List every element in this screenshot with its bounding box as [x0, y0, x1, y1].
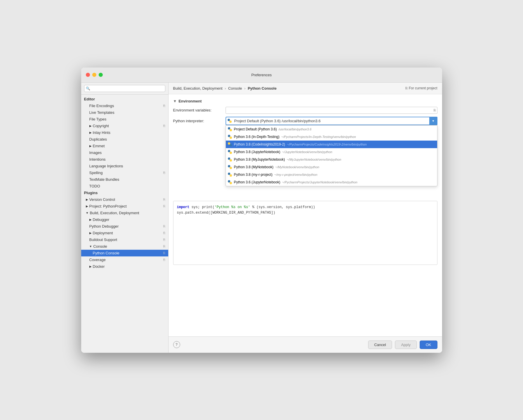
sidebar-item-todo[interactable]: TODO	[81, 183, 168, 189]
apply-button[interactable]: Apply	[395, 341, 417, 349]
interpreter-select[interactable]: Project Default (Python 3.6) /usr/local/…	[226, 117, 437, 125]
dropdown-item-1[interactable]: Python 3.6 (In-Depth-Testing) ~/PycharmP…	[226, 133, 437, 141]
cancel-button[interactable]: Cancel	[368, 341, 392, 349]
minimize-button[interactable]	[92, 73, 96, 77]
dropdown-arrow-icon: ▼	[429, 117, 437, 125]
copy-icon: ⎘	[163, 251, 165, 255]
window-controls	[86, 73, 103, 77]
python-snake-icon	[227, 118, 232, 123]
python-icon-2	[228, 142, 232, 147]
code-sys: sys; print(	[189, 205, 214, 209]
dropdown-item-4[interactable]: Python 3.8 (MyJupyterNotebook) ~/MyJupyt…	[226, 156, 437, 163]
item-path-2: ~/PycharmProjects/CodeInsights2019-2/ven…	[287, 143, 367, 146]
python-interpreter-row: Python interpreter: Project Default (Pyt…	[173, 117, 437, 125]
panel-content: ▼ Environment Environment variables: ⎘	[169, 94, 442, 336]
sidebar-item-coverage[interactable]: Coverage ⎘	[81, 256, 168, 263]
sidebar-item-build-execution[interactable]: ▼ Build, Execution, Deployment	[81, 210, 168, 216]
triangle-icon: ▶	[86, 205, 88, 208]
code-section: import sys; print('Python %s on %s' % (s…	[173, 201, 437, 265]
breadcrumb-sep-2: ›	[244, 86, 247, 91]
triangle-down-icon: ▼	[86, 211, 89, 215]
sidebar-item-copyright[interactable]: ▶ Copyright ⎘	[81, 123, 168, 129]
svg-point-13	[230, 167, 232, 169]
sidebar-item-deployment[interactable]: ▶ Deployment ⎘	[81, 230, 168, 236]
bottom-right-buttons: Cancel Apply OK	[368, 341, 437, 349]
item-name-0: Project Default (Python 3.6)	[234, 127, 277, 131]
sidebar-item-images[interactable]: Images	[81, 149, 168, 156]
env-variables-label: Environment variables:	[173, 108, 226, 112]
copy-icon: ⎘	[163, 258, 165, 261]
sidebar-item-live-templates[interactable]: Live Templates	[81, 109, 168, 116]
copy-icon: ⎘	[163, 171, 165, 174]
maximize-button[interactable]	[99, 73, 103, 77]
dropdown-item-0[interactable]: Project Default (Python 3.6) /usr/local/…	[226, 125, 437, 133]
triangle-icon: ▶	[89, 231, 92, 235]
window-title: Preferences	[251, 73, 272, 77]
breadcrumb-part-3: Python Console	[248, 86, 276, 91]
copy-icon: ⎘	[163, 124, 165, 127]
dropdown-item-7[interactable]: Python 3.6 (JupyterNotebook) ~/PycharmPr…	[226, 178, 437, 186]
sidebar: 🔍 Editor File Encodings ⎘ Live Templates…	[81, 83, 169, 353]
docker-label: Docker	[93, 264, 105, 269]
item-path-0: /usr/local/bin/python3.6	[279, 127, 311, 131]
sidebar-tree: Editor File Encodings ⎘ Live Templates F…	[81, 95, 168, 353]
sidebar-item-python-console[interactable]: Python Console ⎘	[81, 250, 168, 256]
triangle-icon: ▶	[89, 265, 92, 268]
python-icon-0	[228, 127, 232, 132]
sidebar-item-editor[interactable]: Editor	[81, 96, 168, 102]
titlebar: Preferences	[81, 68, 442, 83]
live-templates-label: Live Templates	[89, 110, 114, 115]
sidebar-item-inlay-hints[interactable]: ▶ Inlay Hints	[81, 129, 168, 136]
triangle-icon: ▶	[89, 131, 92, 134]
sidebar-item-debugger[interactable]: ▶ Debugger	[81, 216, 168, 223]
close-button[interactable]	[86, 73, 90, 77]
sidebar-item-file-encodings[interactable]: File Encodings ⎘	[81, 102, 168, 109]
svg-point-4	[228, 135, 230, 137]
sidebar-item-intentions[interactable]: Intentions	[81, 156, 168, 163]
svg-point-0	[228, 119, 230, 121]
sidebar-item-file-types[interactable]: File Types	[81, 116, 168, 123]
sidebar-item-buildout-support[interactable]: Buildout Support ⎘	[81, 236, 168, 243]
code-line-1: import sys; print('Python %s on %s' % (s…	[177, 205, 434, 210]
sidebar-item-textmate-bundles[interactable]: TextMate Bundles	[81, 176, 168, 183]
sidebar-item-duplicates[interactable]: Duplicates	[81, 136, 168, 143]
sidebar-item-spelling[interactable]: Spelling ⎘	[81, 169, 168, 176]
dropdown-item-6[interactable]: Python 3.8 (my-r-project) ~/my-r-project…	[226, 171, 437, 178]
sidebar-item-plugins[interactable]: Plugins	[81, 189, 168, 196]
todo-label: TODO	[89, 184, 100, 188]
python-icon-4	[228, 157, 232, 162]
sidebar-item-emmet[interactable]: ▶ Emmet	[81, 143, 168, 149]
python-icon-1	[228, 134, 232, 139]
dropdown-item-3[interactable]: Python 3.8 (JupyterNotebook) ~/JupyterNo…	[226, 148, 437, 156]
project-icon: ⎘	[405, 86, 407, 90]
code-end: % (sys.version, sys.platform))	[250, 205, 315, 209]
code-keyword-import: import	[177, 205, 189, 209]
sidebar-item-project-python[interactable]: ▶ Project: PythonProject ⎘	[81, 203, 168, 210]
sidebar-item-version-control[interactable]: ▶ Version Control ⎘	[81, 196, 168, 203]
copy-icon: ⎘	[163, 238, 165, 241]
sidebar-item-language-injections[interactable]: Language Injections	[81, 163, 168, 169]
item-path-3: ~/JupyterNotebook/venv/bin/python	[282, 150, 332, 154]
breadcrumb-part-2: Console	[228, 86, 242, 91]
svg-point-5	[230, 137, 232, 139]
item-name-7: Python 3.6 (JupyterNotebook)	[234, 180, 280, 184]
debugger-label: Debugger	[93, 217, 109, 222]
images-label: Images	[89, 150, 102, 155]
env-variables-input[interactable]	[226, 107, 437, 114]
sidebar-item-console[interactable]: ▼ Console ⎘	[81, 243, 168, 250]
for-project-label: For current project	[409, 86, 437, 90]
textmate-bundles-label: TextMate Bundles	[89, 177, 119, 182]
copy-icon: ⎘	[163, 244, 165, 248]
code-area[interactable]: import sys; print('Python %s on %s' % (s…	[173, 201, 437, 265]
sidebar-item-docker[interactable]: ▶ Docker	[81, 263, 168, 270]
dropdown-item-2[interactable]: Python 3.8 (CodeInsights2019-2) ~/Pychar…	[226, 141, 437, 148]
search-input[interactable]	[84, 85, 165, 92]
code-line-2: sys.path.extend([WORKING_DIR_AND_PYTHON_…	[177, 210, 434, 216]
dropdown-item-5[interactable]: Python 3.8 (MyNotebook) ~/MyNotebook/ven…	[226, 163, 437, 171]
ok-button[interactable]: OK	[420, 341, 437, 349]
sidebar-item-python-debugger[interactable]: Python Debugger ⎘	[81, 223, 168, 230]
search-wrapper: 🔍	[84, 85, 165, 92]
svg-point-12	[228, 165, 230, 167]
search-box: 🔍	[81, 83, 168, 95]
help-button[interactable]: ?	[173, 341, 180, 348]
